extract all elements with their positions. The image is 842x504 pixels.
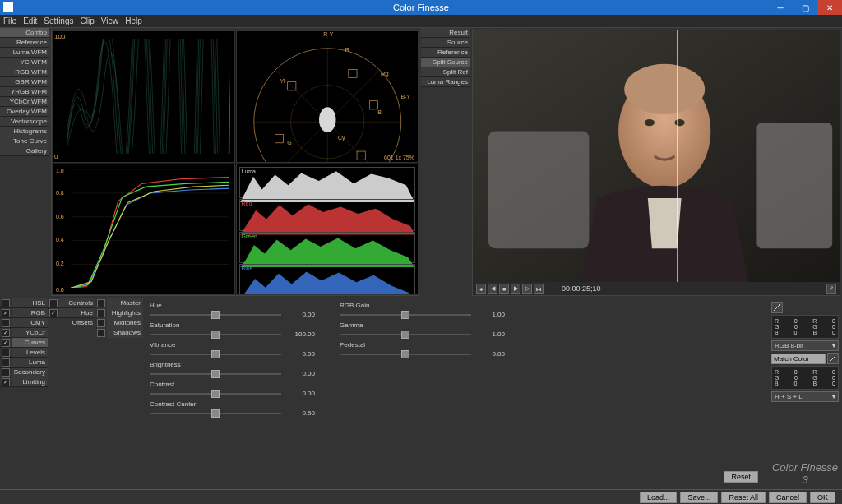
scope-tab-luma-wfm[interactable]: Luma WFM xyxy=(0,48,49,58)
slider-value[interactable]: 0.50 xyxy=(286,409,315,417)
mode-tab-hsl[interactable]: HSL xyxy=(0,298,48,308)
sub-checkbox[interactable] xyxy=(49,309,58,317)
slider-value[interactable]: 0.00 xyxy=(286,370,315,377)
match-eyedropper-button[interactable] xyxy=(827,353,839,364)
slider-thumb[interactable] xyxy=(211,331,220,339)
mode-checkbox[interactable] xyxy=(2,299,10,307)
menu-file[interactable]: File xyxy=(3,16,16,25)
slider-value[interactable]: 0.00 xyxy=(286,390,315,397)
scope-tab-reference[interactable]: Reference xyxy=(0,38,49,48)
tone-tab-highlights[interactable]: Highlights xyxy=(95,308,143,318)
slider-thumb[interactable] xyxy=(211,409,220,418)
slider-value[interactable]: 0.00 xyxy=(476,350,505,358)
sub-tab-controls[interactable]: Controls xyxy=(48,298,95,308)
mode-tab-luma-range[interactable]: Luma Range xyxy=(0,358,48,368)
slider-thumb[interactable] xyxy=(401,311,409,319)
preview-tab-source[interactable]: Source xyxy=(421,38,470,48)
slider-track[interactable] xyxy=(340,314,471,316)
scope-tab-yrgb-wfm[interactable]: YRGB WFM xyxy=(0,87,49,97)
mode-tab-curves[interactable]: Curves xyxy=(0,338,48,348)
play-button[interactable]: ▶ xyxy=(511,284,520,294)
footer-cancel-button[interactable]: Cancel xyxy=(769,492,807,503)
slider-thumb[interactable] xyxy=(401,350,409,358)
slider-value[interactable]: 1.00 xyxy=(476,311,505,318)
bitdepth-dropdown[interactable]: RGB 8-bit▾ xyxy=(771,340,839,351)
scope-tab-gbr-wfm[interactable]: GBR WFM xyxy=(0,77,49,87)
mode-tab-cmy[interactable]: CMY xyxy=(0,318,48,328)
scope-tab-rgb-wfm[interactable]: RGB WFM xyxy=(0,67,49,77)
step-back-button[interactable]: ◀ xyxy=(488,284,497,294)
slider-value[interactable]: 0.00 xyxy=(286,350,315,358)
tone-tab-master[interactable]: Master xyxy=(95,298,143,308)
reset-button[interactable]: Reset xyxy=(724,471,758,483)
footer-reset-all-button[interactable]: Reset All xyxy=(721,492,766,503)
tone-checkbox[interactable] xyxy=(97,319,105,327)
preview-tab-split-ref[interactable]: Split Ref xyxy=(421,67,470,77)
slider-track[interactable] xyxy=(150,314,281,316)
slider-track[interactable] xyxy=(150,334,281,335)
scope-tab-yc-wfm[interactable]: YC WFM xyxy=(0,58,49,67)
menu-settings[interactable]: Settings xyxy=(44,16,73,25)
preview-image[interactable] xyxy=(473,30,840,282)
scope-tab-histograms[interactable]: Histograms xyxy=(0,127,49,136)
slider-track[interactable] xyxy=(150,373,281,375)
mode-tab-levels[interactable]: Levels xyxy=(0,348,48,358)
mode-tab-ycbcr[interactable]: YCbCr xyxy=(0,328,48,338)
maximize-button[interactable]: ▢ xyxy=(793,0,817,15)
slider-track[interactable] xyxy=(340,334,471,335)
menu-view[interactable]: View xyxy=(101,16,119,25)
sub-checkbox[interactable] xyxy=(49,299,58,307)
footer-ok-button[interactable]: OK xyxy=(810,492,835,503)
footer-load-button[interactable]: Load... xyxy=(640,492,678,503)
close-button[interactable]: ✕ xyxy=(817,0,842,15)
slider-thumb[interactable] xyxy=(401,331,409,339)
goto-end-button[interactable]: ⏭ xyxy=(534,284,544,294)
slider-thumb[interactable] xyxy=(211,311,220,319)
tone-checkbox[interactable] xyxy=(97,329,105,337)
histograms-scope[interactable]: Luma Red Green Blue xyxy=(236,164,419,296)
sub-tab-hue-offsets[interactable]: Hue Offsets xyxy=(48,308,95,318)
footer-save-button[interactable]: Save... xyxy=(680,492,718,503)
curves-scope[interactable]: 1.0 0.8 0.6 0.4 0.2 0.0 xyxy=(52,164,235,296)
mode-checkbox[interactable] xyxy=(2,329,10,337)
match-mode-dropdown[interactable]: H + S + L▾ xyxy=(771,391,839,402)
scope-tab-tone-curve[interactable]: Tone Curve xyxy=(0,136,49,146)
mode-tab-rgb[interactable]: RGB xyxy=(0,308,48,318)
preview-tab-luma-ranges[interactable]: Luma Ranges xyxy=(421,77,470,87)
slider-track[interactable] xyxy=(150,354,281,355)
vectorscope[interactable]: R-Y R Mg Yl B-Y B G Cy 601 1x 75% xyxy=(236,30,419,163)
mode-checkbox[interactable] xyxy=(2,368,10,377)
stop-button[interactable]: ■ xyxy=(499,284,509,294)
tone-checkbox[interactable] xyxy=(97,299,105,307)
slider-thumb[interactable] xyxy=(211,350,220,358)
mode-checkbox[interactable] xyxy=(2,378,10,386)
tone-checkbox[interactable] xyxy=(97,309,105,317)
tone-tab-shadows[interactable]: Shadows xyxy=(95,328,143,338)
slider-value[interactable]: 0.00 xyxy=(286,311,315,318)
slider-thumb[interactable] xyxy=(211,370,220,378)
minimize-button[interactable]: ─ xyxy=(768,0,793,15)
preview-tab-reference[interactable]: Reference xyxy=(421,48,470,58)
preview-tab-split-source[interactable]: Split Source xyxy=(421,58,470,67)
eyedropper-button[interactable] xyxy=(771,302,783,313)
slider-track[interactable] xyxy=(150,413,281,414)
slider-value[interactable]: 100.00 xyxy=(286,331,315,338)
preview-tab-result[interactable]: Result xyxy=(421,28,470,38)
scope-tab-vectorscope[interactable]: Vectorscope xyxy=(0,117,49,127)
scope-tab-ycbcr-wfm[interactable]: YCbCr WFM xyxy=(0,97,49,107)
tone-tab-midtones[interactable]: Midtones xyxy=(95,318,143,328)
waveform-scope[interactable]: 100 0 xyxy=(52,30,235,163)
menu-clip[interactable]: Clip xyxy=(81,16,95,25)
menu-edit[interactable]: Edit xyxy=(23,16,37,25)
step-forward-button[interactable]: ▷ xyxy=(522,284,532,294)
match-color-button[interactable]: Match Color xyxy=(771,354,826,364)
mode-checkbox[interactable] xyxy=(2,339,10,347)
menu-help[interactable]: Help xyxy=(125,16,142,25)
slider-thumb[interactable] xyxy=(211,390,220,398)
scope-tab-combo[interactable]: Combo xyxy=(0,28,49,38)
slider-track[interactable] xyxy=(150,393,281,395)
slider-track[interactable] xyxy=(340,354,471,355)
mode-tab-limiting[interactable]: Limiting xyxy=(0,377,48,387)
mode-tab-secondary[interactable]: Secondary xyxy=(0,368,48,377)
mode-checkbox[interactable] xyxy=(2,349,10,357)
